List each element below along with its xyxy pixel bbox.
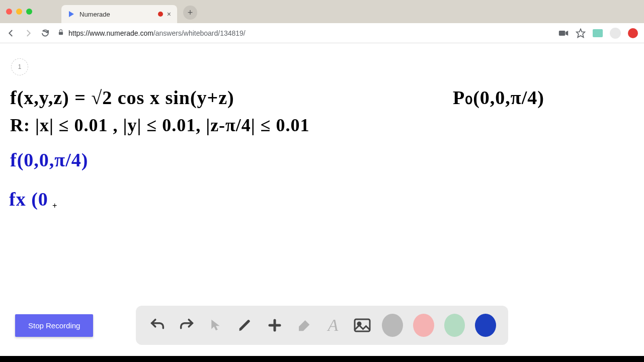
new-tab-button[interactable]: + — [183, 6, 197, 20]
page-content: 1 f(x,y,z) = √2 cos x sin(y+z) P₀(0,0,π/… — [0, 43, 644, 356]
browser-window: Numerade × + https://www.numerade.com/an… — [0, 0, 644, 362]
text-tool-button[interactable]: A — [324, 315, 343, 336]
svg-marker-5 — [212, 320, 220, 330]
tab-bar: Numerade × + — [0, 0, 644, 23]
url-bar[interactable]: https://www.numerade.com/answers/whitebo… — [57, 29, 551, 38]
svg-marker-0 — [69, 11, 74, 17]
profile-avatar-icon[interactable] — [610, 28, 621, 39]
color-gray-button[interactable] — [382, 314, 403, 337]
maximize-window-button[interactable] — [26, 9, 32, 15]
image-tool-button[interactable] — [353, 315, 372, 336]
footer-bar — [0, 356, 644, 362]
cursor-tool-button[interactable] — [206, 315, 225, 336]
eraser-tool-button[interactable] — [294, 315, 313, 336]
browser-right-icons — [558, 28, 638, 39]
svg-marker-3 — [566, 31, 568, 36]
extension-red-icon[interactable] — [628, 28, 638, 38]
camera-icon[interactable] — [558, 28, 569, 38]
undo-button[interactable] — [148, 315, 167, 336]
add-tool-button[interactable] — [265, 315, 284, 336]
redo-button[interactable] — [177, 315, 196, 336]
color-blue-button[interactable] — [475, 314, 496, 337]
recording-indicator-icon — [158, 12, 163, 17]
tab-title: Numerade — [79, 11, 154, 18]
color-green-button[interactable] — [444, 314, 465, 337]
svg-rect-1 — [59, 32, 63, 35]
close-window-button[interactable] — [6, 9, 12, 15]
plus-icon: + — [188, 8, 193, 18]
equation-line-2: R: |x| ≤ 0.01 , |y| ≤ 0.01, |z-π/4| ≤ 0.… — [10, 115, 310, 136]
tab-close-button[interactable]: × — [167, 10, 171, 18]
url-text: https://www.numerade.com/answers/whitebo… — [68, 29, 246, 37]
window-controls — [6, 9, 32, 15]
address-bar: https://www.numerade.com/answers/whitebo… — [0, 23, 644, 43]
star-icon[interactable] — [576, 28, 586, 38]
color-pink-button[interactable] — [413, 314, 434, 337]
back-button[interactable] — [6, 28, 16, 38]
tab-favicon-icon — [67, 10, 75, 18]
pen-tool-button[interactable] — [235, 315, 255, 336]
reload-button[interactable] — [40, 28, 50, 38]
minimize-window-button[interactable] — [16, 9, 22, 15]
url-path: /answers/whiteboard/134819/ — [153, 29, 246, 37]
url-host: https://www.numerade.com — [68, 29, 153, 37]
equation-line-1: f(x,y,z) = √2 cos x sin(y+z) — [10, 86, 234, 109]
equation-line-4: fx (0 — [9, 188, 48, 210]
extension-desktop-icon[interactable] — [593, 28, 603, 38]
stop-recording-button[interactable]: Stop Recording — [15, 314, 93, 337]
svg-rect-8 — [355, 319, 370, 331]
svg-marker-4 — [577, 29, 585, 37]
whiteboard-toolbar: A — [136, 306, 508, 345]
equation-line-3: f(0,0,π/4) — [10, 149, 88, 171]
drawing-cursor-icon: + — [52, 201, 57, 210]
lock-icon — [57, 29, 64, 38]
browser-tab[interactable]: Numerade × — [61, 5, 177, 23]
svg-rect-2 — [559, 31, 566, 36]
equation-line-1-right: P₀(0,0,π/4) — [453, 86, 544, 109]
forward-button[interactable] — [23, 28, 33, 38]
